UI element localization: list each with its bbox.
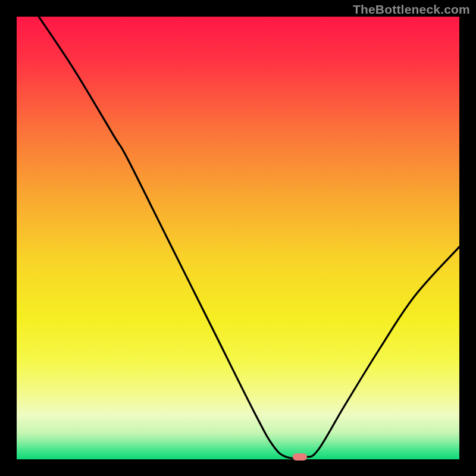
watermark-text: TheBottleneck.com <box>353 2 470 17</box>
optimum-marker <box>293 453 307 461</box>
plot-area <box>17 17 459 459</box>
chart-stage: TheBottleneck.com <box>0 0 476 476</box>
